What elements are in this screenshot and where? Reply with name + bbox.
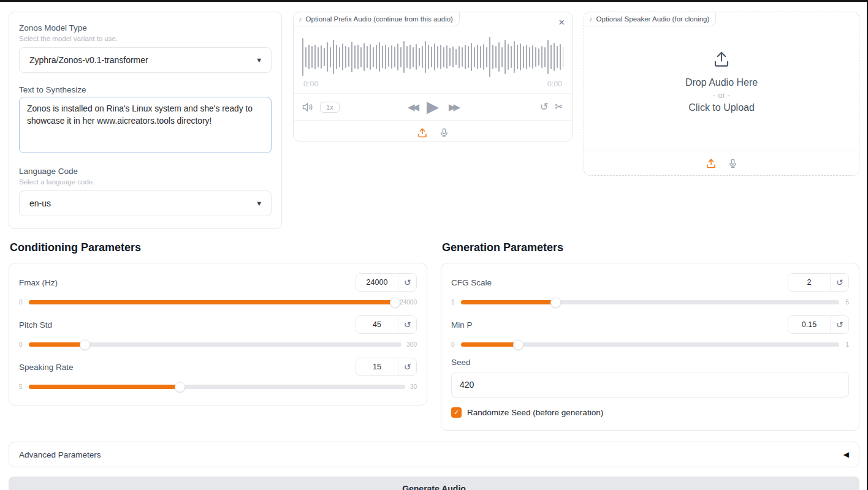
audio-waveform[interactable] bbox=[302, 37, 563, 77]
cfg-scale-number-group: ↺ bbox=[788, 273, 849, 292]
prefix-audio-source-row bbox=[294, 120, 572, 145]
cfg-scale-slider[interactable] bbox=[461, 300, 839, 304]
player-controls: 1x ◀◀ ▶ ▶▶ ↺ ✂ bbox=[294, 93, 572, 120]
undo-icon[interactable]: ↺ bbox=[540, 100, 549, 113]
model-form-panel: Zonos Model Type Select the model varian… bbox=[9, 12, 282, 229]
fmax-max-label: 24000 bbox=[400, 299, 417, 306]
reset-icon[interactable]: ↺ bbox=[830, 274, 848, 291]
speaking-rate-number-group: ↺ bbox=[356, 358, 417, 376]
conditioning-column: Conditioning Parameters Fmax (Hz) ↺ 0 24… bbox=[9, 240, 427, 431]
slider-handle[interactable] bbox=[175, 382, 185, 392]
speaking-rate-min-label: 5 bbox=[19, 383, 24, 390]
fmax-number-input[interactable] bbox=[356, 274, 398, 291]
text-to-synthesize-input[interactable]: Zonos is installed on Rina's Linux syste… bbox=[19, 97, 272, 153]
prefix-audio-panel: ♪ Optional Prefix Audio (continue from t… bbox=[293, 12, 573, 141]
randomize-seed-label: Randomize Seed (before generation) bbox=[467, 408, 603, 417]
close-icon[interactable]: × bbox=[556, 16, 567, 29]
microphone-icon[interactable] bbox=[728, 158, 738, 169]
min-p-max-label: 1 bbox=[844, 341, 849, 348]
min-p-min-label: 0 bbox=[451, 341, 456, 348]
min-p-number-group: ↺ bbox=[788, 315, 849, 334]
cfg-scale-max-label: 5 bbox=[844, 299, 849, 306]
cfg-scale-min-label: 1 bbox=[451, 299, 456, 306]
pitch-std-number-input[interactable] bbox=[356, 316, 398, 333]
cfg-scale-slider-block: CFG Scale ↺ 1 5 bbox=[451, 273, 849, 306]
rewind-icon[interactable]: ◀◀ bbox=[408, 102, 417, 113]
language-code-hint: Select a language code. bbox=[19, 178, 272, 186]
randomize-seed-row[interactable]: ✓ Randomize Seed (before generation) bbox=[451, 407, 849, 418]
speaking-rate-slider[interactable] bbox=[29, 385, 405, 389]
slider-handle[interactable] bbox=[513, 339, 523, 350]
playback-speed-button[interactable]: 1x bbox=[320, 102, 340, 113]
reset-icon[interactable]: ↺ bbox=[398, 316, 416, 333]
zonos-app: Zonos Model Type Select the model varian… bbox=[0, 2, 867, 490]
randomize-seed-checkbox[interactable]: ✓ bbox=[451, 407, 462, 418]
audio-drop-zone[interactable]: Drop Audio Here - or - Click to Upload bbox=[584, 12, 859, 151]
forward-icon[interactable]: ▶▶ bbox=[449, 102, 458, 113]
pitch-std-slider[interactable] bbox=[29, 342, 402, 347]
music-note-icon: ♪ bbox=[299, 15, 302, 23]
generation-box: CFG Scale ↺ 1 5 Min P bbox=[441, 263, 859, 431]
conditioning-title: Conditioning Parameters bbox=[10, 241, 427, 254]
cfg-scale-number-input[interactable] bbox=[788, 274, 830, 291]
pitch-std-label: Pitch Std bbox=[19, 320, 52, 330]
generation-column: Generation Parameters CFG Scale ↺ 1 5 bbox=[441, 240, 859, 431]
volume-icon[interactable] bbox=[302, 102, 314, 112]
or-text: - or - bbox=[713, 91, 729, 100]
language-code-dropdown[interactable]: en-us ▼ bbox=[19, 190, 272, 216]
parameters-row: Conditioning Parameters Fmax (Hz) ↺ 0 24… bbox=[9, 240, 859, 431]
slider-handle[interactable] bbox=[390, 297, 400, 307]
model-type-hint: Select the model variant to use. bbox=[19, 35, 272, 42]
min-p-slider[interactable] bbox=[461, 342, 839, 347]
model-type-dropdown[interactable]: Zyphra/Zonos-v0.1-transformer ▼ bbox=[19, 47, 272, 73]
slider-handle[interactable] bbox=[550, 297, 561, 307]
speaker-audio-panel: ♪ Optional Speaker Audio (for cloning) D… bbox=[584, 12, 859, 176]
upload-icon[interactable] bbox=[706, 158, 717, 169]
pitch-std-max-label: 300 bbox=[406, 341, 417, 348]
min-p-number-input[interactable] bbox=[788, 316, 830, 333]
fmax-label: Fmax (Hz) bbox=[19, 278, 58, 287]
fmax-slider-block: Fmax (Hz) ↺ 0 24000 bbox=[19, 273, 417, 306]
speaking-rate-max-label: 30 bbox=[410, 383, 417, 390]
fmax-slider[interactable] bbox=[29, 300, 395, 304]
chevron-down-icon: ▼ bbox=[256, 200, 262, 207]
model-type-label: Zonos Model Type bbox=[19, 23, 272, 32]
click-to-upload-text: Click to Upload bbox=[688, 102, 755, 113]
time-total: 0:00 bbox=[547, 80, 562, 88]
advanced-parameters-label: Advanced Parameters bbox=[19, 450, 101, 459]
upload-icon[interactable] bbox=[417, 127, 428, 138]
drop-audio-text: Drop Audio Here bbox=[685, 77, 758, 88]
min-p-slider-block: Min P ↺ 0 1 bbox=[451, 315, 849, 348]
cfg-scale-label: CFG Scale bbox=[451, 278, 492, 287]
speaker-audio-header: ♪ Optional Speaker Audio (for cloning) bbox=[584, 12, 716, 26]
play-icon[interactable]: ▶ bbox=[427, 97, 439, 116]
fmax-min-label: 0 bbox=[19, 299, 24, 306]
pitch-std-slider-block: Pitch Std ↺ 0 300 bbox=[19, 315, 417, 348]
reset-icon[interactable]: ↺ bbox=[398, 358, 416, 375]
speaking-rate-number-input[interactable] bbox=[356, 358, 398, 375]
speaking-rate-label: Speaking Rate bbox=[19, 363, 74, 372]
seed-input[interactable] bbox=[451, 372, 849, 398]
reset-icon[interactable]: ↺ bbox=[830, 316, 848, 333]
chevron-down-icon: ▼ bbox=[256, 56, 262, 64]
language-code-label: Language Code bbox=[19, 167, 272, 176]
slider-handle[interactable] bbox=[80, 339, 90, 350]
prefix-audio-header: ♪ Optional Prefix Audio (continue from t… bbox=[294, 12, 460, 26]
accordion-collapsed-icon: ◀ bbox=[843, 450, 849, 459]
music-note-icon: ♪ bbox=[589, 15, 593, 23]
seed-label: Seed bbox=[451, 358, 849, 367]
time-row: 0:00 0:00 bbox=[294, 77, 572, 93]
advanced-parameters-accordion[interactable]: Advanced Parameters ◀ bbox=[9, 442, 859, 467]
time-current: 0:00 bbox=[303, 80, 318, 88]
min-p-label: Min P bbox=[451, 320, 473, 330]
reset-icon[interactable]: ↺ bbox=[398, 274, 416, 291]
speaker-audio-label: Optional Speaker Audio (for cloning) bbox=[596, 15, 710, 23]
language-code-value: en-us bbox=[29, 198, 51, 208]
generate-audio-button[interactable]: Generate Audio bbox=[9, 477, 859, 490]
pitch-std-number-group: ↺ bbox=[356, 315, 417, 334]
text-to-synthesize-label: Text to Synthesize bbox=[19, 85, 272, 94]
microphone-icon[interactable] bbox=[439, 127, 449, 138]
trim-scissors-icon[interactable]: ✂ bbox=[555, 100, 563, 113]
speaker-audio-source-row bbox=[584, 151, 859, 175]
model-type-value: Zyphra/Zonos-v0.1-transformer bbox=[29, 55, 148, 65]
